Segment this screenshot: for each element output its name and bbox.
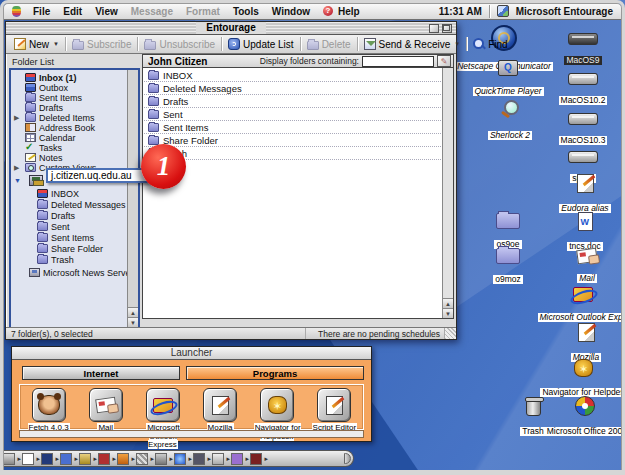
scroll-up-arrow[interactable]: ▲ (443, 298, 453, 308)
navigator-button[interactable] (260, 388, 294, 422)
fetch-button[interactable] (32, 388, 66, 422)
folder-icon (148, 136, 159, 145)
control-strip-cd-icon[interactable] (193, 453, 205, 465)
launcher-items-panel: Fetch 4.0.3 Mail Microsoft Outlook Expre… (19, 384, 364, 430)
window-title-bar[interactable]: Entourage (6, 22, 456, 35)
mozilla-button[interactable] (203, 388, 237, 422)
fetch-icon (38, 395, 60, 415)
folder-row-deleted-messages[interactable]: Deleted Messages (144, 82, 441, 95)
desktop-icon-macos103[interactable]: MacOS10.3 (548, 111, 618, 147)
control-strip-tab-handle[interactable] (344, 453, 351, 464)
control-strip-quicktime-icon[interactable] (174, 453, 186, 465)
control-strip-energy-saver-icon[interactable] (41, 453, 53, 465)
scroll-down-arrow[interactable]: ▼ (443, 308, 453, 318)
control-strip-clock-icon[interactable] (22, 453, 34, 465)
menu-help[interactable]: Help (338, 6, 360, 17)
scroll-down-arrow[interactable]: ▼ (128, 317, 138, 327)
filter-input[interactable] (362, 56, 434, 67)
sidebar-item-account-share-folder[interactable]: Share Folder (11, 243, 127, 254)
application-menu[interactable]: Microsoft Entourage (516, 6, 613, 17)
control-strip-file-sharing-icon[interactable] (60, 453, 72, 465)
outlook-express-button[interactable] (146, 388, 180, 422)
launcher-item-mozilla[interactable]: Mozilla (192, 388, 248, 433)
desktop-icon-microsoft-office[interactable]: Microsoft Office 200 (537, 396, 625, 438)
control-strip-monitor-resolution-icon[interactable] (3, 453, 15, 465)
filter-edit-button[interactable]: ✎ (437, 55, 451, 67)
sidebar-item-account-inbox[interactable]: INBOX (11, 188, 127, 199)
window-title: Entourage (196, 22, 265, 34)
control-strip-printer-selector-icon[interactable] (98, 453, 110, 465)
control-strip-color-depth-icon[interactable] (117, 453, 129, 465)
sidebar-item-account-deleted-messages[interactable]: Deleted Messages (11, 199, 127, 210)
zoom-button[interactable] (442, 24, 452, 33)
desktop-icon-eudora[interactable]: Eudora alias (542, 174, 625, 215)
control-strip-volume-icon[interactable] (212, 453, 224, 465)
folder-row-sent-items[interactable]: Sent Items (144, 121, 441, 134)
folder-row-share-folder[interactable]: Share Folder (144, 134, 441, 147)
menu-clock[interactable]: 11:31 AM (439, 6, 482, 17)
menu-edit[interactable]: Edit (63, 6, 82, 17)
menu-file[interactable]: File (33, 6, 50, 17)
desktop-icon-quicktime-player[interactable]: QuickTime Player (458, 60, 558, 98)
launcher-tab-internet[interactable]: Internet (22, 366, 180, 380)
new-dropdown-arrow[interactable]: ▼ (53, 41, 59, 47)
desktop-icon-mail[interactable]: Mail (557, 249, 617, 285)
sidebar-item-account-sent[interactable]: Sent (11, 221, 127, 232)
launcher-item-fetch[interactable]: Fetch 4.0.3 (21, 388, 77, 433)
folder-icon (148, 123, 159, 132)
folder-row-drafts[interactable]: Drafts (144, 95, 441, 108)
desktop-icon-tncs-doc[interactable]: tncs.doc (555, 212, 615, 253)
folder-row-trash[interactable]: Trash (144, 147, 441, 160)
desktop-icon-o9moz-folder[interactable]: o9moz (478, 248, 538, 286)
folder-icon (496, 248, 520, 264)
help-icon[interactable]: ? (323, 6, 333, 16)
folder-row-inbox[interactable]: INBOX (144, 69, 441, 82)
send-receive-dropdown-arrow[interactable]: ▼ (454, 41, 460, 47)
disclosure-triangle[interactable]: ▶ (14, 114, 19, 122)
desktop-icon-macos102[interactable]: MacOS10.2 (548, 71, 618, 107)
sidebar-item-account-sent-items[interactable]: Sent Items (11, 232, 127, 243)
script-editor-button[interactable] (317, 388, 351, 422)
disclosure-triangle-open[interactable]: ▼ (14, 177, 21, 184)
launcher-item-mail[interactable]: Mail (78, 388, 134, 433)
sidebar-item-news-server[interactable]: Microsoft News Server (11, 267, 127, 278)
control-strip-printing-icon[interactable] (155, 453, 167, 465)
launcher-item-outlook-express[interactable]: Microsoft Outlook Express (135, 388, 191, 450)
new-button[interactable]: New▼ (8, 37, 66, 51)
sidebar-scrollbar[interactable]: ▲ ▼ (127, 70, 138, 327)
menu-tools[interactable]: Tools (233, 6, 259, 17)
launcher-tab-programs[interactable]: Programs (186, 366, 364, 380)
folder-row-sent[interactable]: Sent (144, 108, 441, 121)
collapse-button[interactable] (429, 24, 439, 33)
control-strip-keychain-lock-icon[interactable] (79, 453, 91, 465)
main-scrollbar[interactable]: ▲ ▼ (442, 68, 453, 318)
desktop-icon-navigator-helpdesk[interactable]: Navigator for Helpdes (536, 359, 625, 399)
control-strip-sound-source-icon[interactable] (231, 453, 243, 465)
control-strip[interactable] (0, 450, 354, 467)
find-button[interactable]: Find (467, 37, 513, 51)
desktop-icon-sherlock[interactable]: Sherlock 2 (470, 100, 550, 142)
launcher-scrollbar[interactable] (19, 430, 364, 438)
sidebar-item-account-drafts[interactable]: Drafts (11, 210, 127, 221)
menu-window[interactable]: Window (272, 6, 310, 17)
resize-grip[interactable] (444, 328, 456, 339)
mail-button[interactable] (89, 388, 123, 422)
update-list-button[interactable]: Update List (222, 37, 301, 51)
inbox-icon (25, 73, 36, 82)
desktop-icon-mozilla[interactable]: Mozilla (551, 323, 621, 364)
scroll-up-arrow[interactable]: ▲ (128, 307, 138, 317)
disclosure-triangle[interactable]: ▶ (14, 164, 19, 172)
control-strip-disk-icon[interactable] (250, 453, 262, 465)
menu-view[interactable]: View (95, 6, 118, 17)
folder-icon (148, 71, 159, 80)
send-receive-button[interactable]: Send & Receive▼ (358, 37, 468, 51)
desktop-icon-outlook-express[interactable]: Microsoft Outlook Expr (535, 287, 625, 324)
sidebar-item-account-trash[interactable]: Trash (11, 254, 127, 265)
launcher-title-bar[interactable]: Launcher (12, 347, 371, 360)
control-strip-desktop-pattern-icon[interactable] (136, 453, 148, 465)
launcher-item-script-editor[interactable]: Script Editor (306, 388, 362, 433)
send-receive-icon (364, 38, 376, 50)
apple-menu-icon[interactable] (12, 6, 21, 17)
desktop-icon-macos9[interactable]: MacOS9 (553, 31, 613, 67)
outbox-icon (25, 83, 36, 92)
